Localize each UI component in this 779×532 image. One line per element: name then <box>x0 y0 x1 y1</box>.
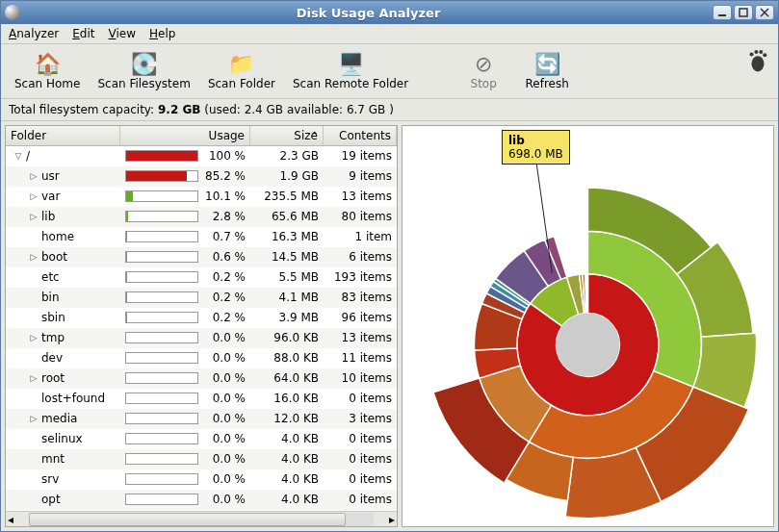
tooltip-name: lib <box>508 134 525 147</box>
table-row[interactable]: ▷root0.0 %64.0 KB10 items <box>6 368 397 389</box>
contents-value: 0 items <box>324 472 397 486</box>
folder-name: bin <box>41 291 60 304</box>
folder-name: / <box>26 149 30 163</box>
folder-name: opt <box>41 493 61 506</box>
folder-name: var <box>41 190 60 203</box>
folder-name: dev <box>41 351 63 365</box>
contents-value: 11 items <box>324 351 397 365</box>
scan-folder-button[interactable]: 📁Scan Folder <box>202 48 281 92</box>
folder-name: boot <box>41 250 67 264</box>
table-row[interactable]: lost+found0.0 %16.0 KB0 items <box>6 389 397 409</box>
contents-value: 0 items <box>324 432 397 445</box>
expander-icon[interactable]: ▷ <box>28 414 39 423</box>
expander-icon[interactable]: ▽ <box>13 151 24 161</box>
usage-bar <box>125 291 198 303</box>
table-row[interactable]: ▽/100 %2.3 GB19 items <box>6 146 397 166</box>
col-folder-header[interactable]: Folder <box>6 126 120 145</box>
contents-value: 1 item <box>324 230 397 243</box>
home-icon: 🏠 <box>34 50 61 77</box>
scan-filesystem-button[interactable]: 💽Scan Filesystem <box>91 48 195 92</box>
table-row[interactable]: bin0.2 %4.1 MB83 items <box>6 288 397 308</box>
table-row[interactable]: etc0.2 %5.5 MB193 items <box>6 267 397 288</box>
usage-percent: 0.0 % <box>202 331 246 344</box>
close-button[interactable] <box>755 5 774 20</box>
menu-analyzer[interactable]: Analyzer <box>9 27 59 40</box>
usage-bar <box>125 413 198 424</box>
size-value: 235.5 MB <box>250 190 324 203</box>
size-value: 88.0 KB <box>250 351 324 365</box>
usage-bar <box>125 170 198 182</box>
table-row[interactable]: ▷lib2.8 %65.6 MB80 items <box>6 207 397 227</box>
col-usage-header[interactable]: Usage <box>120 126 250 145</box>
tooltip-size: 698.0 MB <box>508 147 563 161</box>
contents-value: 0 items <box>324 392 397 405</box>
expander-icon[interactable]: ▷ <box>28 171 39 181</box>
usage-percent: 0.0 % <box>202 392 246 405</box>
disk-icon: 💽 <box>131 50 158 77</box>
contents-value: 13 items <box>324 331 397 344</box>
col-size-header[interactable]: Size⌃ <box>250 126 324 145</box>
size-value: 16.0 KB <box>250 392 324 405</box>
scan-home-button[interactable]: 🏠Scan Home <box>9 48 86 92</box>
minimize-button[interactable] <box>713 5 732 20</box>
menubar: Analyzer Edit View Help <box>1 24 778 44</box>
refresh-button[interactable]: 🔄Refresh <box>518 48 576 92</box>
table-row[interactable]: mnt0.0 %4.0 KB0 items <box>6 449 397 469</box>
folder-name: tmp <box>41 331 65 344</box>
table-row[interactable]: ▷media0.0 %12.0 KB3 items <box>6 409 397 429</box>
size-value: 12.0 KB <box>250 412 324 425</box>
folder-name: home <box>41 230 74 243</box>
tree-body[interactable]: ▽/100 %2.3 GB19 items▷usr85.2 %1.9 GB9 i… <box>6 146 397 511</box>
size-value: 64.0 KB <box>250 371 324 385</box>
svg-point-4 <box>754 50 758 54</box>
table-row[interactable]: selinux0.0 %4.0 KB0 items <box>6 429 397 449</box>
horizontal-scrollbar[interactable]: ◂▸ <box>6 511 397 526</box>
status-bar: Total filesystem capacity: 9.2 GB (used:… <box>1 98 778 121</box>
expander-icon[interactable]: ▷ <box>28 191 39 201</box>
refresh-label: Refresh <box>525 77 568 90</box>
usage-bar <box>125 150 198 162</box>
status-capacity: 9.2 GB <box>158 103 200 116</box>
gnome-foot-icon <box>745 48 770 73</box>
usage-percent: 0.7 % <box>202 230 246 243</box>
usage-percent: 85.2 % <box>202 169 246 183</box>
usage-percent: 0.2 % <box>202 291 246 304</box>
table-row[interactable]: opt0.0 %4.0 KB0 items <box>6 490 397 510</box>
size-value: 4.0 KB <box>250 493 324 506</box>
table-row[interactable]: home0.7 %16.3 MB1 item <box>6 227 397 247</box>
expander-icon[interactable]: ▷ <box>28 212 39 221</box>
menu-edit[interactable]: Edit <box>72 27 94 40</box>
scan-remote-folder-button[interactable]: 🖥️Scan Remote Folder <box>287 48 414 92</box>
table-row[interactable]: ▷usr85.2 %1.9 GB9 items <box>6 166 397 187</box>
sort-indicator-icon: ⌃ <box>311 130 319 140</box>
col-contents-header[interactable]: Contents <box>324 126 397 145</box>
contents-value: 193 items <box>324 270 397 284</box>
expander-icon[interactable]: ▷ <box>28 333 39 342</box>
contents-value: 13 items <box>324 190 397 203</box>
size-value: 4.0 KB <box>250 472 324 486</box>
refresh-icon: 🔄 <box>533 50 560 77</box>
usage-percent: 0.0 % <box>202 412 246 425</box>
table-row[interactable]: ▷var10.1 %235.5 MB13 items <box>6 187 397 207</box>
usage-bar <box>125 211 198 222</box>
expander-icon[interactable]: ▷ <box>28 252 39 262</box>
folder-name: usr <box>41 169 60 183</box>
table-row[interactable]: srv0.0 %4.0 KB0 items <box>6 469 397 490</box>
usage-percent: 0.2 % <box>202 311 246 324</box>
table-row[interactable]: dev0.0 %88.0 KB11 items <box>6 348 397 368</box>
contents-value: 83 items <box>324 291 397 304</box>
sunburst-chart[interactable]: lib 698.0 MB <box>402 125 774 527</box>
table-row[interactable]: sbin0.2 %3.9 MB96 items <box>6 308 397 328</box>
usage-bar <box>125 433 198 444</box>
menu-help[interactable]: Help <box>149 27 175 40</box>
usage-percent: 0.0 % <box>202 351 246 365</box>
size-value: 4.1 MB <box>250 291 324 304</box>
expander-icon[interactable]: ▷ <box>28 373 39 383</box>
table-row[interactable]: ▷tmp0.0 %96.0 KB13 items <box>6 328 397 348</box>
maximize-button[interactable] <box>734 5 753 20</box>
size-value: 3.9 MB <box>250 311 324 324</box>
table-row[interactable]: ▷boot0.6 %14.5 MB6 items <box>6 247 397 267</box>
menu-view[interactable]: View <box>108 27 135 40</box>
folder-icon: 📁 <box>228 50 255 77</box>
network-folder-icon: 🖥️ <box>337 50 364 77</box>
